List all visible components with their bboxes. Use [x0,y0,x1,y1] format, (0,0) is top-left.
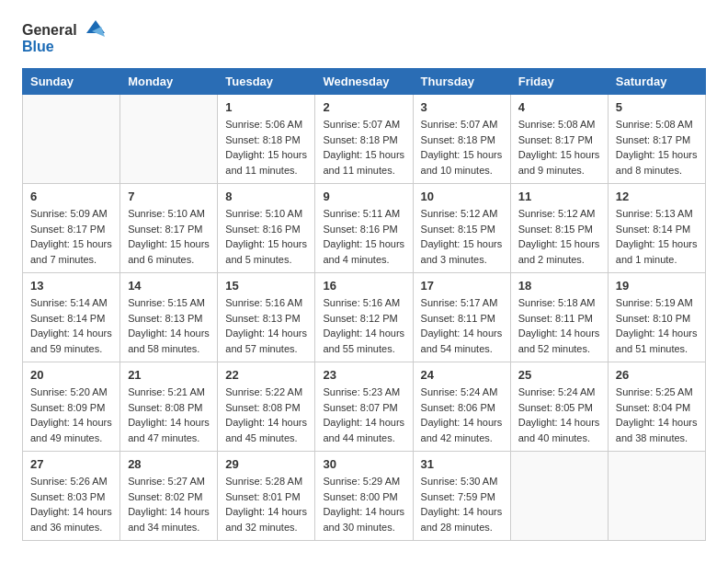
day-info: Sunrise: 5:26 AMSunset: 8:03 PMDaylight:… [30,474,112,534]
day-info: Sunrise: 5:14 AMSunset: 8:14 PMDaylight:… [30,295,112,356]
day-number: 8 [225,190,307,203]
weekday-header-sunday: Sunday [23,69,120,95]
svg-text:General: General [22,22,77,38]
day-info: Sunrise: 5:08 AMSunset: 8:17 PMDaylight:… [616,117,698,178]
day-info: Sunrise: 5:07 AMSunset: 8:18 PMDaylight:… [323,117,404,178]
day-number: 28 [128,457,210,471]
calendar-cell [23,95,120,184]
calendar-week-4: 20Sunrise: 5:20 AMSunset: 8:09 PMDayligh… [23,362,706,452]
day-number: 4 [518,100,600,114]
calendar-cell: 17Sunrise: 5:17 AMSunset: 8:11 PMDayligh… [413,273,510,362]
day-info: Sunrise: 5:16 AMSunset: 8:13 PMDaylight:… [225,295,307,356]
day-info: Sunrise: 5:13 AMSunset: 8:14 PMDaylight:… [616,206,698,267]
day-info: Sunrise: 5:23 AMSunset: 8:07 PMDaylight:… [323,385,404,445]
day-info: Sunrise: 5:20 AMSunset: 8:09 PMDaylight:… [30,385,112,445]
calendar-week-3: 13Sunrise: 5:14 AMSunset: 8:14 PMDayligh… [23,273,706,362]
calendar-cell: 27Sunrise: 5:26 AMSunset: 8:03 PMDayligh… [23,452,120,541]
weekday-header-tuesday: Tuesday [218,69,315,95]
calendar-cell: 21Sunrise: 5:21 AMSunset: 8:08 PMDayligh… [120,362,218,452]
calendar-table: SundayMondayTuesdayWednesdayThursdayFrid… [22,68,706,541]
calendar-week-1: 1Sunrise: 5:06 AMSunset: 8:18 PMDaylight… [23,95,706,184]
logo-svg: General Blue [22,18,105,59]
calendar-cell: 31Sunrise: 5:30 AMSunset: 7:59 PMDayligh… [413,452,510,541]
calendar-cell: 8Sunrise: 5:10 AMSunset: 8:16 PMDaylight… [218,184,315,273]
day-number: 2 [323,100,404,114]
calendar-cell: 25Sunrise: 5:24 AMSunset: 8:05 PMDayligh… [510,362,608,452]
weekday-header-friday: Friday [510,69,608,95]
calendar-cell: 5Sunrise: 5:08 AMSunset: 8:17 PMDaylight… [608,95,705,184]
day-number: 6 [30,190,112,203]
calendar-cell [510,452,608,541]
day-info: Sunrise: 5:07 AMSunset: 8:18 PMDaylight:… [421,117,503,178]
day-info: Sunrise: 5:06 AMSunset: 8:18 PMDaylight:… [225,117,307,178]
day-number: 30 [323,457,404,471]
day-number: 23 [323,368,404,382]
calendar-cell: 19Sunrise: 5:19 AMSunset: 8:10 PMDayligh… [608,273,705,362]
day-info: Sunrise: 5:28 AMSunset: 8:01 PMDaylight:… [225,474,307,534]
calendar-cell: 2Sunrise: 5:07 AMSunset: 8:18 PMDaylight… [315,95,413,184]
calendar-cell: 13Sunrise: 5:14 AMSunset: 8:14 PMDayligh… [23,273,120,362]
day-info: Sunrise: 5:09 AMSunset: 8:17 PMDaylight:… [30,206,112,267]
calendar-cell: 9Sunrise: 5:11 AMSunset: 8:16 PMDaylight… [315,184,413,273]
day-info: Sunrise: 5:29 AMSunset: 8:00 PMDaylight:… [323,474,404,534]
page-header: General Blue [22,18,706,59]
calendar-cell: 4Sunrise: 5:08 AMSunset: 8:17 PMDaylight… [510,95,608,184]
calendar-cell: 16Sunrise: 5:16 AMSunset: 8:12 PMDayligh… [315,273,413,362]
day-number: 20 [30,368,112,382]
weekday-header-saturday: Saturday [608,69,705,95]
day-number: 31 [421,457,503,471]
day-number: 5 [616,100,698,114]
day-info: Sunrise: 5:08 AMSunset: 8:17 PMDaylight:… [518,117,600,178]
day-number: 17 [421,279,503,293]
weekday-header-thursday: Thursday [413,69,510,95]
day-number: 1 [225,100,307,114]
calendar-cell: 26Sunrise: 5:25 AMSunset: 8:04 PMDayligh… [608,362,705,452]
day-info: Sunrise: 5:24 AMSunset: 8:05 PMDaylight:… [518,385,600,445]
calendar-cell: 14Sunrise: 5:15 AMSunset: 8:13 PMDayligh… [120,273,218,362]
day-number: 26 [616,368,698,382]
calendar-cell: 30Sunrise: 5:29 AMSunset: 8:00 PMDayligh… [315,452,413,541]
day-info: Sunrise: 5:24 AMSunset: 8:06 PMDaylight:… [421,385,503,445]
logo: General Blue [22,18,105,59]
day-number: 12 [616,190,698,203]
day-number: 19 [616,279,698,293]
day-number: 25 [518,368,600,382]
calendar-cell: 3Sunrise: 5:07 AMSunset: 8:18 PMDaylight… [413,95,510,184]
day-number: 24 [421,368,503,382]
day-number: 3 [421,100,503,114]
day-number: 7 [128,190,210,203]
calendar-cell: 10Sunrise: 5:12 AMSunset: 8:15 PMDayligh… [413,184,510,273]
day-info: Sunrise: 5:17 AMSunset: 8:11 PMDaylight:… [421,295,503,356]
day-info: Sunrise: 5:19 AMSunset: 8:10 PMDaylight:… [616,295,698,356]
day-info: Sunrise: 5:12 AMSunset: 8:15 PMDaylight:… [421,206,503,267]
calendar-cell: 11Sunrise: 5:12 AMSunset: 8:15 PMDayligh… [510,184,608,273]
day-info: Sunrise: 5:15 AMSunset: 8:13 PMDaylight:… [128,295,210,356]
day-number: 21 [128,368,210,382]
calendar-cell: 12Sunrise: 5:13 AMSunset: 8:14 PMDayligh… [608,184,705,273]
day-number: 16 [323,279,404,293]
calendar-cell: 15Sunrise: 5:16 AMSunset: 8:13 PMDayligh… [218,273,315,362]
calendar-cell: 23Sunrise: 5:23 AMSunset: 8:07 PMDayligh… [315,362,413,452]
day-info: Sunrise: 5:16 AMSunset: 8:12 PMDaylight:… [323,295,404,356]
svg-text:Blue: Blue [22,39,54,54]
day-number: 22 [225,368,307,382]
day-number: 10 [421,190,503,203]
calendar-cell: 29Sunrise: 5:28 AMSunset: 8:01 PMDayligh… [218,452,315,541]
day-number: 15 [225,279,307,293]
day-number: 14 [128,279,210,293]
day-number: 13 [30,279,112,293]
day-number: 9 [323,190,404,203]
day-info: Sunrise: 5:27 AMSunset: 8:02 PMDaylight:… [128,474,210,534]
day-info: Sunrise: 5:12 AMSunset: 8:15 PMDaylight:… [518,206,600,267]
day-info: Sunrise: 5:18 AMSunset: 8:11 PMDaylight:… [518,295,600,356]
calendar-cell [120,95,218,184]
calendar-cell: 1Sunrise: 5:06 AMSunset: 8:18 PMDaylight… [218,95,315,184]
weekday-header-row: SundayMondayTuesdayWednesdayThursdayFrid… [23,69,706,95]
day-number: 11 [518,190,600,203]
calendar-week-2: 6Sunrise: 5:09 AMSunset: 8:17 PMDaylight… [23,184,706,273]
day-info: Sunrise: 5:30 AMSunset: 7:59 PMDaylight:… [421,474,503,534]
day-number: 29 [225,457,307,471]
day-info: Sunrise: 5:11 AMSunset: 8:16 PMDaylight:… [323,206,404,267]
calendar-cell: 28Sunrise: 5:27 AMSunset: 8:02 PMDayligh… [120,452,218,541]
calendar-cell: 20Sunrise: 5:20 AMSunset: 8:09 PMDayligh… [23,362,120,452]
